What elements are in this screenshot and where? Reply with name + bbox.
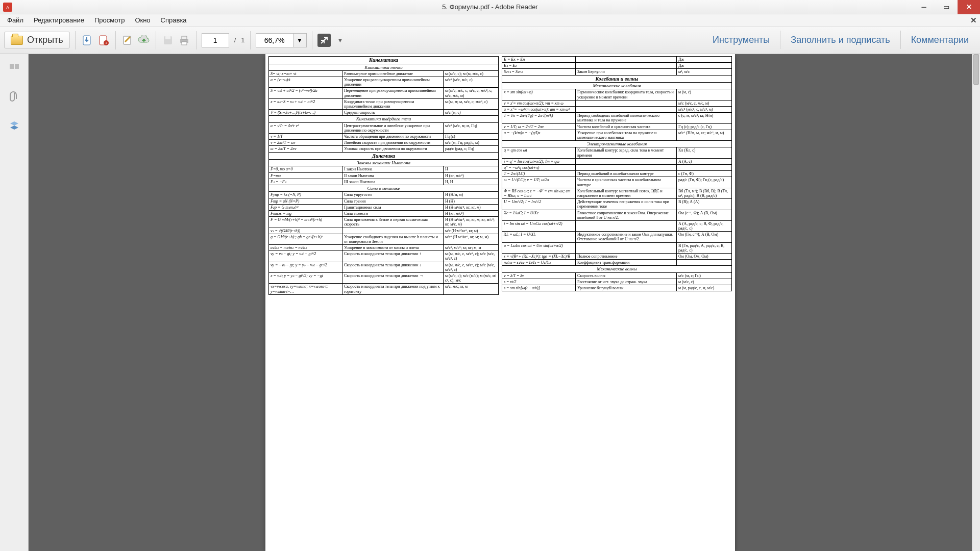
formula-cell: Φ = BS cos ωt; ε = −Φ' = εm sin ωt; εm =… (502, 188, 576, 198)
units-cell: м², м/с (677, 69, 732, 75)
zoom-input[interactable] (256, 34, 293, 47)
description-cell: Средняя скорость (342, 110, 444, 116)
svg-text:+: + (105, 41, 107, 45)
formula-cell: i = q' = Im cos(ωt+π/2); Im = qω (502, 158, 576, 164)
maximize-button[interactable]: ▭ (935, 0, 958, 14)
print-icon[interactable] (178, 34, 191, 47)
units-cell: м (м/с, с); м (м, м/с, с) (444, 70, 499, 77)
formula-cell: a = (v−v₀)/t (269, 77, 342, 88)
description-cell: Действующие значения напряжения и силы т… (576, 199, 677, 210)
scrollbar-thumb[interactable] (973, 54, 979, 85)
formula-cell: ν = 1/T; ω = 2π/T = 2πν (502, 123, 576, 130)
description-cell: Период колебаний в колебательном контуре (576, 171, 677, 177)
table-row: E = Eк + EпДж (502, 57, 732, 63)
units-cell: Ом (с⁻¹, Ф); А (В, Ом) (677, 210, 732, 220)
formula-cell: Xc = 1/ωC; I = U/Xc (502, 210, 576, 220)
units-cell: Ом (Гн, с⁻¹); А (В, Ом) (677, 232, 732, 242)
units-cell (677, 260, 732, 266)
separator (115, 31, 116, 49)
description-cell: Частота обращения при движении по окружн… (342, 134, 444, 140)
description-cell (576, 106, 677, 112)
menu-file[interactable]: Файл (3, 15, 28, 25)
table-row: Fупр = kx (=N, P)Сила упругостиН (Н/м, м… (269, 192, 499, 198)
open-button[interactable]: Открыть (4, 32, 70, 48)
units-cell: Ом (Ом, Ом, Ом) (677, 254, 732, 260)
subsection-title: Механические колебания (502, 83, 732, 89)
description-cell: Уравнение бегущей волны (576, 285, 677, 291)
formula-cell: v = x'= vm cos(ωt+π/2); vm = xm ω (502, 100, 576, 106)
description-cell: Скорость волны (576, 272, 677, 279)
save-icon[interactable] (161, 34, 175, 47)
formula-cell: S = v₀t + at²/2 = (v²−v₀²)/2a (269, 88, 342, 98)
units-cell: м/с (Н·м²/кг², кг, м) (444, 228, 499, 234)
units-cell: с (Гн, Ф) (677, 171, 732, 177)
units-cell: м/с² (Н/м, м, кг; м/с², м, м) (677, 130, 732, 140)
units-cell: Н (444, 166, 499, 172)
page-left-column: КинематикаКинематика точкиS= vt; x=x₀+ v… (268, 56, 499, 549)
page-right-column: E = Eк + EпДжE₁ = E₂ДжS₁v₁ = S₂v₂Закон Б… (502, 56, 732, 549)
table-row: x = xm sin(ωt+φ)Гармонические колебания:… (502, 89, 732, 100)
separator (780, 31, 780, 49)
formula-cell: S= vt; x=x₀+ vt (269, 70, 342, 77)
formula-cell: XL = ωL; I = U/XL (502, 232, 576, 242)
menu-edit[interactable]: Редактирование (30, 15, 88, 25)
zoom-dropdown[interactable]: ▼ (293, 34, 306, 47)
toolbar-more-icon[interactable]: ▼ (334, 34, 347, 47)
close-doc-icon[interactable]: ✕ (970, 16, 977, 25)
description-cell: Центростремительное и линейное ускорение… (342, 122, 444, 133)
description-cell: Частота колебаний и циклическая частота (576, 123, 677, 130)
thumbnails-icon[interactable] (7, 61, 21, 76)
menu-help[interactable]: Справка (157, 15, 191, 25)
section-title: Колебания и волны (502, 75, 732, 83)
page-separator: / (234, 36, 236, 44)
create-pdf-icon[interactable]: + (97, 34, 110, 47)
units-cell: В (Гн, рад/с, А, рад/с, с; В, рад/с, с) (677, 242, 732, 253)
cloud-upload-icon[interactable] (137, 34, 151, 47)
units-cell: м (м, м; м, м/с, с; м/с², с) (444, 98, 499, 109)
read-mode-icon[interactable] (317, 34, 331, 47)
table-row: a = (v−v₀)/tУскорение при равноускоренно… (269, 77, 499, 88)
folder-icon (11, 36, 23, 45)
vertical-scrollbar[interactable] (972, 54, 980, 551)
table-row: ω = 1/√(LC); ν = 1/T; ω/2πЧастота и цикл… (502, 177, 732, 188)
formula-cell: g = GM/(r+h)²; gh = gr²/(r+h)² (269, 234, 342, 244)
menu-window[interactable]: Окно (131, 15, 154, 25)
attachments-icon[interactable] (7, 90, 21, 104)
formula-cell: v₁ = √(GM/(r+h)) (269, 228, 342, 234)
table-row: a = v²/r = 4π²r ν²Центростремительное и … (269, 122, 499, 133)
tools-panel-button[interactable]: Инструменты (705, 31, 777, 49)
page-number-input[interactable] (202, 33, 229, 47)
units-cell: Вб (Тл, м²); В (Вб, В); В (Тл, м², рад/с… (677, 188, 732, 198)
pdf-icon: A (3, 3, 12, 12)
layers-icon[interactable] (7, 118, 21, 133)
units-cell: м (м/с, с); м/с (м/с); м (м/с, м/с², с);… (444, 273, 499, 284)
units-cell: с (с; м, м/с²; кг, Н/м) (677, 113, 732, 123)
formula-cell: q'' = −ω²q cos(ωt+π) (502, 165, 576, 171)
table-row: vy = −v₀ − gt; y = y₀ − v₀t − gt²/2Скоро… (269, 262, 499, 272)
units-cell: м (м/с, м/с, с; м/с, с; м/с², с; м/с, м/… (444, 88, 499, 98)
close-button[interactable]: ✕ (958, 0, 980, 14)
table-row: T = t/n = 2π√(l/g) = 2π√(m/k)Период своб… (502, 113, 732, 123)
fill-sign-panel-button[interactable]: Заполнить и подписать (783, 31, 897, 49)
svg-rect-11 (182, 42, 187, 45)
svg-rect-12 (10, 64, 14, 69)
formula-cell: s = sm sin[ω(t − x/v)] (502, 285, 576, 291)
units-cell: м/с (м, с; Гц) (677, 272, 732, 279)
table-row: Fтр = μN (N=P)Сила тренияН (Н) (269, 198, 499, 204)
units-cell: м/с (м, с) (444, 110, 499, 116)
units-cell: м/с², м/с²; кг, кг; м, м (444, 245, 499, 251)
table-row: ω = 2π/T = 2πνУгловая скорость при движе… (269, 146, 499, 152)
menu-view[interactable]: Просмотр (90, 15, 129, 25)
edit-icon[interactable] (121, 34, 134, 47)
description-cell: Ускорение при равноускоренном прямолиней… (342, 77, 444, 88)
table-row: x = x₀+S = x₀ + v₀t + at²/2Координата то… (269, 98, 499, 109)
minimize-button[interactable]: ─ (913, 0, 935, 14)
description-cell: Равномерное прямолинейное движение (342, 70, 444, 77)
document-viewport[interactable]: КинематикаКинематика точкиS= vt; x=x₀+ v… (29, 54, 972, 551)
comments-panel-button[interactable]: Комментарии (904, 31, 976, 49)
description-cell: Перемещение при равноускоренном прямолин… (342, 88, 444, 98)
units-cell: м/с, м/с; м, м (444, 284, 499, 294)
formula-cell: S₁v₁ = S₂v₂ (502, 69, 576, 75)
table-row: x = v₀t; y = y₀ − gt²/2; vy = −gtСкорост… (269, 273, 499, 284)
export-pdf-icon[interactable] (81, 34, 94, 47)
